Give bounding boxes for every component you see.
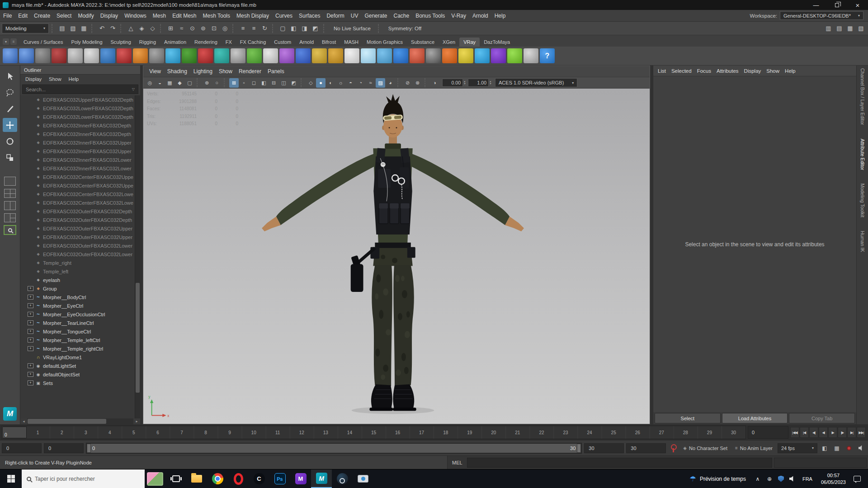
green-ball-icon[interactable] xyxy=(507,48,522,63)
render-view-icon[interactable]: ▢ xyxy=(278,23,288,33)
expand-toggle-icon[interactable]: + xyxy=(28,286,33,291)
tree-icon[interactable] xyxy=(182,48,197,63)
pencil-curve-icon[interactable] xyxy=(35,48,50,63)
timeline-frame-1[interactable]: 1 xyxy=(37,430,39,435)
snap-grid-icon[interactable]: ⊞ xyxy=(165,23,176,33)
widgets-button[interactable] xyxy=(145,469,165,488)
outliner-item[interactable]: ◆EOFBXASC032InnerFBXASC032Upper xyxy=(20,147,140,155)
outliner-item[interactable]: ◆EOFBXASC032OuterFBXASC032Lower xyxy=(20,250,140,258)
timeline-frame-26[interactable]: 26 xyxy=(635,430,640,435)
shelf-tab-arnold[interactable]: Arnold xyxy=(295,38,318,47)
shelf-tab-fx[interactable]: FX xyxy=(222,38,236,47)
shelf-tab-rendering[interactable]: Rendering xyxy=(190,38,222,47)
arc-tool-icon[interactable] xyxy=(52,48,66,63)
sphere-icon[interactable] xyxy=(68,48,83,63)
ssao-icon[interactable]: ◔ xyxy=(356,78,365,88)
current-time-field[interactable]: 0 xyxy=(748,426,788,439)
character-icon[interactable] xyxy=(100,48,115,63)
file-explorer-button[interactable] xyxy=(186,469,207,488)
outliner-persp-layout-button[interactable] xyxy=(4,225,16,235)
anim-layer-menu[interactable]: ≡ No Anim Layer xyxy=(732,446,775,451)
expand-toggle-icon[interactable]: + xyxy=(28,338,33,343)
outliner-item[interactable]: ◆EOFBXASC032InnerFBXASC032Depth xyxy=(20,130,140,138)
outliner-item[interactable]: +~Morpher__BodyCtrl xyxy=(20,293,140,301)
menu-generate[interactable]: Generate xyxy=(361,10,390,21)
menu-arnold[interactable]: Arnold xyxy=(469,10,491,21)
menu-edit[interactable]: Edit xyxy=(15,10,31,21)
outliner-item[interactable]: ◆Temple_left xyxy=(20,267,140,276)
viewport-menu-shading[interactable]: Shading xyxy=(164,68,190,75)
image-plane-icon[interactable]: ▢ xyxy=(185,78,194,88)
menu-deform[interactable]: Deform xyxy=(323,10,347,21)
select-button[interactable]: Select xyxy=(655,413,721,423)
oversampling-icon[interactable]: ○ xyxy=(212,78,222,88)
outliner-horizontal-scrollbar[interactable]: ◂ ▸ xyxy=(20,418,140,424)
white-cone-icon[interactable] xyxy=(344,48,359,63)
gray-sphere-icon[interactable] xyxy=(524,48,538,63)
outliner-item[interactable]: ◆EOFBXASC032CenterFBXASC032Lowe xyxy=(20,190,140,198)
camera-attributes-icon[interactable]: ▦ xyxy=(165,78,175,88)
gate-mask-icon[interactable]: ◧ xyxy=(259,78,269,88)
snap-point-icon[interactable]: ⊙ xyxy=(187,23,198,33)
ae-menu-show[interactable]: Show xyxy=(764,68,782,74)
play-backwards-button[interactable]: ◀ xyxy=(819,427,828,438)
blue-sphere-icon[interactable] xyxy=(296,48,311,63)
outliner-item[interactable]: +~Morpher__TongueCtrl xyxy=(20,327,140,336)
timeline-frame-23[interactable]: 23 xyxy=(563,430,568,435)
input-connections-icon[interactable]: ≡ xyxy=(238,23,248,33)
timeline-frame-10[interactable]: 10 xyxy=(251,430,256,435)
ae-menu-display[interactable]: Display xyxy=(741,68,764,74)
timeline-frame-19[interactable]: 19 xyxy=(467,430,472,435)
shelf-tab-sculpting[interactable]: Sculpting xyxy=(107,38,135,47)
menu-uv[interactable]: UV xyxy=(348,10,362,21)
restore-button[interactable] xyxy=(826,0,847,10)
expand-toggle-icon[interactable]: + xyxy=(28,363,33,368)
field-chart-icon[interactable]: ⊟ xyxy=(269,78,278,88)
outliner-item[interactable]: ◆EOFBXASC032LowerFBXASC032Depth xyxy=(20,104,140,113)
ae-menu-list[interactable]: List xyxy=(655,68,669,74)
motion-blur-icon[interactable]: ≈ xyxy=(366,78,375,88)
recorder-button[interactable] xyxy=(353,469,373,488)
viewport-menu-renderer[interactable]: Renderer xyxy=(236,68,264,75)
toggle-attribute-editor-icon[interactable]: ▥ xyxy=(823,23,834,33)
minimize-button[interactable]: — xyxy=(806,0,826,10)
grass-icon[interactable] xyxy=(247,48,262,63)
timeline-frame-2[interactable]: 2 xyxy=(61,430,63,435)
language-indicator[interactable]: FRA xyxy=(799,476,816,482)
render-current-frame-icon[interactable]: ◧ xyxy=(288,23,299,33)
chrome-button[interactable] xyxy=(207,469,228,488)
camera-icon[interactable] xyxy=(149,48,164,63)
snowflake-icon[interactable] xyxy=(361,48,376,63)
viewport-canvas[interactable]: Verts:95114500Edges:190128800Faces:11480… xyxy=(143,89,650,424)
scroll-right-icon[interactable]: ▸ xyxy=(133,418,140,424)
viewport-menu-show[interactable]: Show xyxy=(216,68,236,75)
move-tool-button[interactable] xyxy=(3,118,17,132)
timeline-frame-18[interactable]: 18 xyxy=(443,430,448,435)
shelf-tab-animation[interactable]: Animation xyxy=(160,38,190,47)
menu-curves[interactable]: Curves xyxy=(272,10,296,21)
lock-camera-icon[interactable]: ◒ xyxy=(155,78,165,88)
exposure-icon[interactable]: ◑ xyxy=(430,78,439,88)
step-back-key-button[interactable]: ◀| xyxy=(809,427,818,438)
timeline-track[interactable]: 0 12345678910111213141516171819202122232… xyxy=(1,426,746,439)
menu-mesh-display[interactable]: Mesh Display xyxy=(233,10,272,21)
rotate-tool-button[interactable] xyxy=(3,134,17,148)
outliner-menu-help[interactable]: Help xyxy=(66,76,82,82)
toggle-tool-settings-icon[interactable]: ▤ xyxy=(834,23,844,33)
close-button[interactable]: × xyxy=(847,0,868,10)
timeline-frame-21[interactable]: 21 xyxy=(515,430,520,435)
side-tab-human-ik[interactable]: Human IK xyxy=(860,231,865,252)
side-tab-attribute-editor[interactable]: Attribute Editor xyxy=(860,139,865,170)
outliner-item[interactable]: ◆EOFBXASC032CenterFBXASC032Uppe xyxy=(20,181,140,190)
outliner-item[interactable]: ∩VRayLightDome1 xyxy=(20,353,140,361)
red-sphere-icon[interactable] xyxy=(117,48,132,63)
outliner-search-field[interactable]: Search... ▽ xyxy=(22,84,138,94)
select-camera-icon[interactable]: ◎ xyxy=(145,78,155,88)
timeline-frame-14[interactable]: 14 xyxy=(347,430,352,435)
step-back-frame-button[interactable]: |◀ xyxy=(800,427,809,438)
viewport-menu-lighting[interactable]: Lighting xyxy=(190,68,216,75)
textured-icon[interactable]: ◐ xyxy=(326,78,335,88)
outliner-item[interactable]: +◆Group xyxy=(20,284,140,293)
redo-icon[interactable]: ↷ xyxy=(108,23,118,33)
outliner-item[interactable]: ◆EOFBXASC032OuterFBXASC032Upper xyxy=(20,233,140,241)
